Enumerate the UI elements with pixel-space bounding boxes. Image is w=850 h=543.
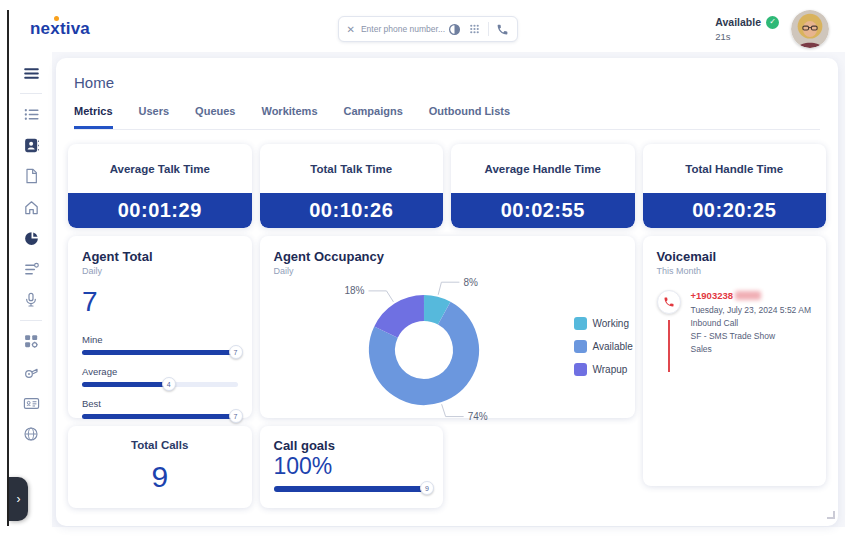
card-title: Call goals [274, 438, 430, 453]
progress-fill [82, 350, 238, 355]
card-title: Agent Occupancy [274, 249, 621, 264]
document-icon[interactable] [19, 165, 43, 187]
legend-item-available: Available [574, 340, 633, 353]
page-title: Home [74, 74, 820, 91]
left-sidebar [10, 52, 52, 527]
tab-workitems[interactable]: Workitems [261, 105, 317, 129]
total-calls-card: Total Calls 9 [68, 426, 252, 508]
progress-badge: 7 [229, 345, 243, 359]
list-settings-icon[interactable] [19, 258, 43, 280]
dialpad-icon[interactable] [468, 23, 481, 36]
timeline-line [668, 320, 670, 372]
tab-queues[interactable]: Queues [195, 105, 235, 129]
bar-label: Average [82, 366, 238, 377]
legend-item-wrapup: Wrapup [574, 363, 633, 376]
half-filled-circle-icon[interactable] [448, 23, 461, 36]
chart-legend: WorkingAvailableWrapup [574, 317, 633, 376]
metric-value: 00:02:55 [451, 193, 635, 228]
metric-card-total-handle-time: Total Handle Time 00:20:25 [643, 144, 827, 228]
card-subtitle: Daily [82, 266, 238, 276]
avatar[interactable] [791, 10, 829, 48]
apps-settings-icon[interactable] [19, 330, 43, 352]
list-icon[interactable] [19, 103, 43, 125]
voicemail-direction: Inbound Call [691, 317, 812, 330]
status-label: Available [715, 16, 761, 28]
progress-group-mine: Mine 7 [82, 334, 238, 355]
expand-sidebar-button[interactable]: › [9, 477, 28, 521]
voicemail-entry[interactable]: +1903238 Tuesday, July 23, 2024 5:52 AM … [657, 290, 813, 372]
metric-title: Average Handle Time [451, 144, 635, 193]
microphone-icon[interactable] [19, 289, 43, 311]
divider [20, 93, 42, 94]
top-bar: nextiva ✕ Avail [10, 6, 845, 52]
call-goals-value: 100% [274, 453, 430, 480]
metric-value: 00:01:29 [68, 193, 252, 228]
agent-total-value: 7 [82, 286, 238, 318]
legend-item-working: Working [574, 317, 633, 330]
legend-label: Working [593, 318, 630, 329]
voicemail-source: SF - SMS Trade Show [691, 330, 812, 343]
card-title: Voicemail [657, 249, 813, 264]
bar-label: Best [82, 398, 238, 409]
progress-badge: 4 [162, 377, 176, 391]
call-goals-card: Call goals 100% 9 [260, 426, 444, 508]
resize-handle-icon[interactable] [827, 511, 835, 519]
nextiva-logo: nextiva [30, 19, 90, 39]
metric-title: Total Talk Time [260, 144, 444, 193]
status-check-icon: ✓ [766, 16, 779, 29]
tab-metrics[interactable]: Metrics [74, 105, 113, 129]
legend-label: Available [593, 341, 633, 352]
metric-card-average-handle-time: Average Handle Time 00:02:55 [451, 144, 635, 228]
home-panel: Home Metrics Users Queues Workitems Camp… [56, 58, 838, 526]
progress-bar: 7 [82, 350, 238, 355]
redacted-number-blur [735, 291, 761, 300]
call-icon[interactable] [496, 23, 509, 36]
pie-chart-icon[interactable] [19, 227, 43, 249]
progress-group-average: Average 4 [82, 366, 238, 387]
missed-call-icon [657, 290, 681, 314]
card-subtitle: This Month [657, 266, 813, 276]
card-subtitle: Daily [274, 266, 621, 276]
card-title: Total Calls [131, 439, 188, 451]
svg-text:18%: 18% [344, 285, 364, 296]
progress-bar: 9 [274, 486, 430, 492]
phone-dialer-widget: ✕ [338, 16, 518, 42]
chevron-right-icon: › [17, 492, 21, 506]
agent-occupancy-card: Agent Occupancy Daily 8%74%18% WorkingAv… [260, 236, 635, 418]
agent-status-selector[interactable]: Available ✓ 21s [715, 16, 779, 43]
voicemail-queue: Sales [691, 343, 812, 356]
home-icon[interactable] [19, 196, 43, 218]
progress-fill [274, 486, 430, 492]
phone-number-input[interactable] [361, 24, 448, 34]
window-edge [7, 10, 9, 526]
progress-fill [82, 414, 238, 419]
globe-icon[interactable] [19, 423, 43, 445]
tab-bar: Metrics Users Queues Workitems Campaigns… [74, 105, 820, 130]
total-calls-value: 9 [151, 451, 168, 502]
divider [488, 22, 489, 36]
metric-title: Total Handle Time [643, 144, 827, 193]
progress-fill [82, 382, 171, 387]
whistle-icon[interactable] [19, 361, 43, 383]
agent-total-card: Agent Total Daily 7 Mine 7 Average 4 Bes… [68, 236, 252, 418]
divider [20, 320, 42, 321]
id-card-icon[interactable] [19, 392, 43, 414]
logo-text: nextiva [30, 19, 90, 38]
menu-icon[interactable] [19, 62, 43, 84]
legend-swatch [574, 340, 587, 353]
progress-bar: 4 [82, 382, 238, 387]
tab-users[interactable]: Users [139, 105, 170, 129]
contacts-icon[interactable] [19, 134, 43, 156]
occupancy-donut-chart: 8%74%18% [274, 276, 574, 416]
card-title: Agent Total [82, 249, 238, 264]
bar-label: Mine [82, 334, 238, 345]
legend-swatch [574, 363, 587, 376]
tab-campaigns[interactable]: Campaigns [344, 105, 403, 129]
voicemail-card: Voicemail This Month +1903238 Tuesday, J… [643, 236, 827, 486]
legend-swatch [574, 317, 587, 330]
clear-input-icon[interactable]: ✕ [347, 24, 355, 35]
metric-value: 00:10:26 [260, 193, 444, 228]
metric-value: 00:20:25 [643, 193, 827, 228]
progress-badge: 7 [229, 409, 243, 423]
tab-outbound-lists[interactable]: Outbound Lists [429, 105, 510, 129]
